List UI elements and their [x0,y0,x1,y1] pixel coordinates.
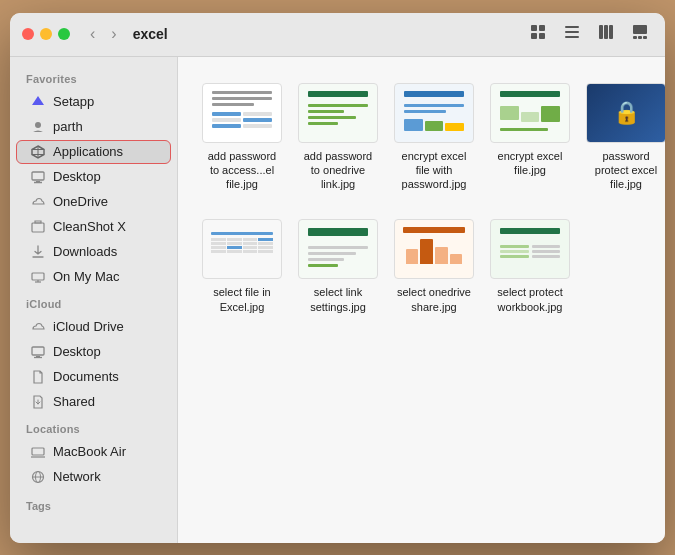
content-area: Favorites Setapp parth [10,57,665,543]
onmymac-icon [30,269,46,285]
cleanshot-icon [30,219,46,235]
setapp-icon [30,94,46,110]
svg-rect-29 [32,347,44,355]
onedrive-icon [30,194,46,210]
sidebar-item-documents[interactable]: Documents [16,365,171,389]
file-item[interactable]: select onedrive share.jpg [390,213,478,320]
file-item[interactable]: 🔒 password protect excel file.jpg [582,77,665,198]
locations-label: Locations [10,415,177,439]
svg-rect-8 [604,25,608,39]
file-thumbnail [202,219,282,279]
finder-window: ‹ › excel [10,13,665,543]
sidebar-item-parth[interactable]: parth [16,115,171,139]
svg-rect-0 [531,25,537,31]
file-grid: add password to access...el file.jpg ad [198,77,645,320]
favorites-label: Favorites [10,65,177,89]
svg-rect-26 [32,273,44,280]
sidebar-item-network[interactable]: Network [16,465,171,489]
back-button[interactable]: ‹ [86,23,99,45]
view-columns-button[interactable] [593,21,619,47]
file-thumbnail [298,219,378,279]
file-thumbnail: 🔒 [586,83,665,143]
sidebar: Favorites Setapp parth [10,57,178,543]
svg-rect-11 [633,36,637,39]
icloud-label: iCloud [10,290,177,314]
svg-rect-10 [633,25,647,34]
svg-rect-5 [565,31,579,33]
downloads-icon [30,244,46,260]
view-list-button[interactable] [559,21,585,47]
file-name: encrypt excel file with password.jpg [394,149,474,192]
sidebar-parth-label: parth [53,119,83,134]
sidebar-icloud-drive-label: iCloud Drive [53,319,124,334]
sidebar-onmymac-label: On My Mac [53,269,119,284]
view-grid-button[interactable] [525,21,551,47]
traffic-lights [22,28,70,40]
sidebar-item-desktop[interactable]: Desktop [16,165,171,189]
file-thumbnail [394,219,474,279]
forward-button[interactable]: › [107,23,120,45]
file-area: add password to access...el file.jpg ad [178,57,665,543]
sidebar-item-shared[interactable]: Shared [16,390,171,414]
file-thumbnail [490,83,570,143]
sidebar-documents-label: Documents [53,369,119,384]
file-item[interactable]: select file in Excel.jpg [198,213,286,320]
sidebar-item-cleanshot[interactable]: CleanShot X [16,215,171,239]
svg-rect-20 [32,172,44,180]
file-thumbnail [202,83,282,143]
svg-rect-4 [565,26,579,28]
titlebar: ‹ › excel [10,13,665,57]
svg-rect-9 [609,25,613,39]
svg-rect-2 [531,33,537,39]
svg-rect-13 [643,36,647,39]
sidebar-item-macbook[interactable]: MacBook Air [16,440,171,464]
sidebar-item-setapp[interactable]: Setapp [16,90,171,114]
file-item[interactable]: encrypt excel file.jpg [486,77,574,198]
sidebar-item-icloud-desktop[interactable]: Desktop [16,340,171,364]
file-name: select file in Excel.jpg [202,285,282,314]
sidebar-item-applications[interactable]: Applications [16,140,171,164]
file-item[interactable]: select link settings.jpg [294,213,382,320]
svg-rect-1 [539,25,545,31]
svg-rect-12 [638,36,642,39]
sidebar-shared-label: Shared [53,394,95,409]
file-thumbnail [298,83,378,143]
sidebar-item-downloads[interactable]: Downloads [16,240,171,264]
view-gallery-button[interactable] [627,21,653,47]
network-icon [30,469,46,485]
tags-section-label: Tags [10,490,177,516]
file-item[interactable]: add password to onedrive link.jpg [294,77,382,198]
svg-rect-3 [539,33,545,39]
file-item[interactable]: select protect workbook.jpg [486,213,574,320]
sidebar-item-onmymac[interactable]: On My Mac [16,265,171,289]
icloud-desktop-icon [30,344,46,360]
shared-icon [30,394,46,410]
close-button[interactable] [22,28,34,40]
sidebar-setapp-label: Setapp [53,94,94,109]
minimize-button[interactable] [40,28,52,40]
sidebar-onedrive-label: OneDrive [53,194,108,209]
file-item[interactable]: encrypt excel file with password.jpg [390,77,478,198]
file-thumbnail [394,83,474,143]
svg-marker-14 [32,96,44,105]
svg-marker-24 [35,221,41,223]
sidebar-item-onedrive[interactable]: OneDrive [16,190,171,214]
svg-rect-6 [565,36,579,38]
svg-point-15 [35,122,41,128]
sidebar-icloud-desktop-label: Desktop [53,344,101,359]
file-name: add password to access...el file.jpg [202,149,282,192]
parth-icon [30,119,46,135]
file-thumbnail [490,219,570,279]
sidebar-desktop-label: Desktop [53,169,101,184]
applications-icon [30,144,46,160]
macbook-icon [30,444,46,460]
sidebar-item-icloud-drive[interactable]: iCloud Drive [16,315,171,339]
sidebar-macbook-label: MacBook Air [53,444,126,459]
sidebar-cleanshot-label: CleanShot X [53,219,126,234]
svg-rect-32 [32,448,44,455]
file-name: select onedrive share.jpg [394,285,474,314]
file-name: add password to onedrive link.jpg [298,149,378,192]
maximize-button[interactable] [58,28,70,40]
file-item[interactable]: add password to access...el file.jpg [198,77,286,198]
sidebar-network-label: Network [53,469,101,484]
